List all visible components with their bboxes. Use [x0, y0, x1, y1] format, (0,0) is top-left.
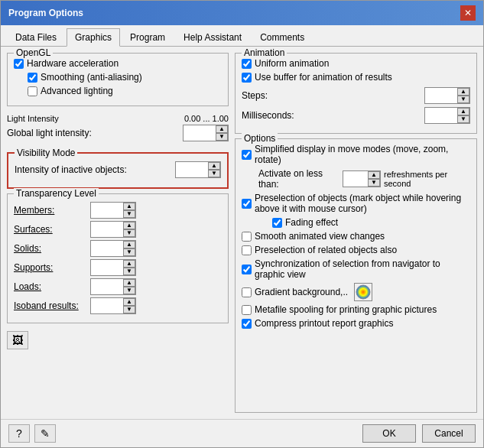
trans-down-3[interactable]: ▼ — [123, 268, 135, 275]
trans-up-4[interactable]: ▲ — [123, 279, 135, 287]
inactive-up[interactable]: ▲ — [208, 162, 220, 170]
smoothing-checkbox[interactable] — [28, 73, 37, 83]
trans-down-2[interactable]: ▼ — [123, 248, 135, 256]
trans-label-5[interactable]: Isoband results: — [14, 300, 90, 311]
simplified-display-checkbox[interactable] — [242, 150, 252, 160]
trans-input-5[interactable]: 0.60 — [91, 300, 123, 312]
trans-down-0[interactable]: ▼ — [123, 210, 135, 218]
ok-button[interactable]: OK — [362, 424, 416, 443]
synchronization-row: Synchronization of selection from naviga… — [242, 258, 470, 280]
milliseconds-input[interactable]: 50 — [425, 109, 457, 122]
trans-input-3[interactable]: 0.50 — [91, 261, 123, 274]
hardware-acceleration-row: Hardware acceleration — [14, 58, 222, 69]
advanced-lighting-label: Advanced lighting — [41, 86, 113, 96]
global-light-input[interactable]: 0.60 — [184, 127, 216, 139]
use-buffer-checkbox[interactable] — [242, 73, 252, 83]
tab-graphics[interactable]: Graphics — [67, 28, 120, 47]
gradient-icon-button[interactable] — [354, 283, 372, 301]
trans-spinbox-5: 0.60 ▲▼ — [90, 297, 136, 314]
main-content: OpenGL Hardware acceleration Smoothing (… — [1, 47, 483, 419]
transparency-row-5: Isoband results: 0.60 ▲▼ — [14, 297, 222, 314]
use-buffer-row: Use buffer for animation of results — [242, 72, 470, 83]
transparency-row-1: Surfaces: 0.50 ▲▼ — [14, 221, 222, 238]
animation-group: Animation Uniform animation Use buffer f… — [235, 53, 477, 134]
transparency-row-4: Loads: 0.20 ▲▼ — [14, 278, 222, 295]
dialog-title: Program Options — [8, 8, 83, 18]
preselection-related-row: Preselection of related objects also — [242, 245, 470, 255]
compress-label: Compress printout report graphics — [255, 318, 393, 329]
smooth-animated-row: Smooth animated view changes — [242, 231, 470, 242]
trans-label-0[interactable]: Members: — [14, 205, 90, 216]
metafile-checkbox[interactable] — [242, 305, 252, 315]
trans-up-3[interactable]: ▲ — [123, 260, 135, 268]
hardware-acceleration-checkbox[interactable] — [14, 59, 24, 69]
gradient-checkbox[interactable] — [242, 287, 252, 297]
trans-down-1[interactable]: ▼ — [123, 229, 135, 237]
cancel-button[interactable]: Cancel — [422, 424, 476, 443]
opengl-group: OpenGL Hardware acceleration Smoothing (… — [7, 53, 229, 106]
activate-input[interactable]: 5 — [343, 173, 368, 185]
compress-row: Compress printout report graphics — [242, 318, 470, 329]
inactive-down[interactable]: ▼ — [208, 170, 220, 177]
trans-input-0[interactable]: 0.70 — [91, 204, 123, 216]
transparency-row-2: Solids: 0.50 ▲▼ — [14, 240, 222, 257]
ms-up[interactable]: ▲ — [457, 108, 469, 115]
gradient-label-row: Gradient background,.. — [255, 283, 372, 301]
advanced-lighting-checkbox[interactable] — [28, 86, 37, 96]
activate-up[interactable]: ▲ — [368, 171, 380, 179]
synchronization-checkbox[interactable] — [242, 265, 252, 274]
trans-up-5[interactable]: ▲ — [123, 298, 135, 306]
trans-input-2[interactable]: 0.50 — [91, 242, 123, 255]
trans-up-2[interactable]: ▲ — [123, 241, 135, 248]
tab-comments[interactable]: Comments — [252, 28, 313, 46]
trans-spinbox-1: 0.50 ▲▼ — [90, 221, 136, 238]
ms-down[interactable]: ▼ — [457, 115, 469, 123]
trans-label-3[interactable]: Supports: — [14, 262, 90, 273]
global-light-up[interactable]: ▲ — [216, 125, 228, 133]
trans-label-2[interactable]: Solids: — [14, 243, 90, 254]
simplified-display-row: Simplified display in move modes (move, … — [242, 144, 470, 165]
trans-input-1[interactable]: 0.50 — [91, 223, 123, 235]
tab-data-files[interactable]: Data Files — [7, 28, 65, 46]
inactive-objects-input[interactable]: 0.50 — [176, 164, 208, 176]
smooth-animated-checkbox[interactable] — [242, 232, 252, 242]
trans-input-4[interactable]: 0.20 — [91, 281, 123, 293]
visibility-mode-group: Visibility Mode Intensity of inactive ob… — [7, 152, 229, 189]
steps-down[interactable]: ▼ — [457, 96, 469, 103]
tab-program[interactable]: Program — [122, 28, 174, 46]
info-button[interactable]: 🖼 — [7, 331, 28, 349]
trans-up-1[interactable]: ▲ — [123, 222, 135, 229]
trans-label-1[interactable]: Surfaces: — [14, 224, 90, 235]
gradient-row: Gradient background,.. — [242, 283, 470, 301]
options-group: Options Simplified display in move modes… — [235, 138, 477, 413]
uniform-animation-checkbox[interactable] — [242, 59, 252, 69]
inactive-objects-row: Intensity of inactive objects: 0.50 ▲ ▼ — [15, 161, 221, 178]
trans-down-5[interactable]: ▼ — [123, 306, 135, 313]
global-light-down[interactable]: ▼ — [216, 133, 228, 141]
compress-checkbox[interactable] — [242, 319, 252, 329]
milliseconds-row: Milliseconds: 50 ▲▼ — [242, 107, 470, 124]
global-light-label: Global light intensity: — [7, 128, 178, 138]
global-light-row: Global light intensity: 0.60 ▲ ▼ — [7, 125, 229, 141]
inactive-objects-spinbox: 0.50 ▲ ▼ — [175, 161, 221, 178]
trans-label-4[interactable]: Loads: — [14, 281, 90, 292]
tab-help-assistant[interactable]: Help Assistant — [175, 28, 250, 46]
edit-icon-button[interactable]: ✎ — [34, 424, 56, 443]
activate-down[interactable]: ▼ — [368, 179, 380, 187]
inactive-objects-label: Intensity of inactive objects: — [15, 164, 171, 175]
steps-input[interactable]: 20 — [425, 89, 457, 102]
help-icon-button[interactable]: ? — [8, 424, 30, 443]
preselection-related-checkbox[interactable] — [242, 245, 252, 255]
animation-title: Animation — [242, 47, 287, 58]
light-intensity-range: 0.00 ... 1.00 — [184, 114, 229, 123]
preselection-checkbox[interactable] — [242, 199, 252, 209]
trans-down-4[interactable]: ▼ — [123, 287, 135, 294]
fading-checkbox[interactable] — [272, 218, 282, 228]
bottom-left-icons: 🖼 — [7, 331, 229, 349]
close-button[interactable]: ✕ — [460, 5, 476, 21]
transparency-row-3: Supports: 0.50 ▲▼ — [14, 259, 222, 276]
steps-up[interactable]: ▲ — [457, 88, 469, 96]
trans-up-0[interactable]: ▲ — [123, 203, 135, 210]
light-intensity-label: Light Intensity — [7, 114, 59, 123]
dialog: Program Options ✕ Data Files Graphics Pr… — [0, 0, 484, 448]
